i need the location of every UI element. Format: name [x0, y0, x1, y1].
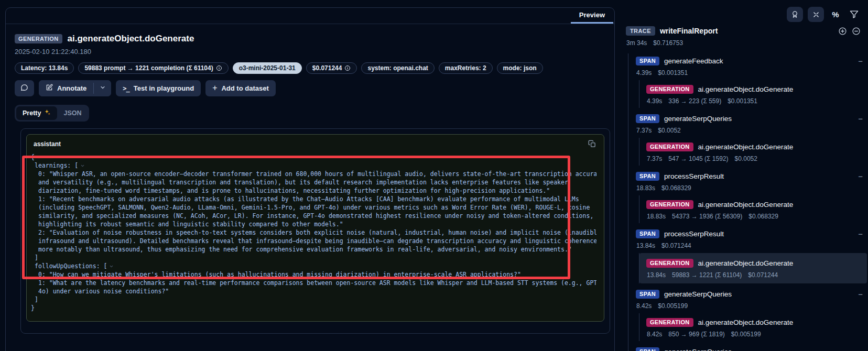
generation-row[interactable]: GENERATIONai.generateObject.doGenerate8.…	[646, 313, 868, 341]
generation-type-badge: GENERATION	[646, 259, 693, 268]
badge-label: Latency: 13.84s	[21, 64, 68, 72]
percent-icon: %	[832, 10, 839, 19]
code-text: highlighting its robust semantic and lin…	[38, 220, 343, 228]
code-line: followUpQuestions: [	[31, 262, 596, 270]
span-type-badge: SPAN	[636, 114, 659, 123]
tree-span-node: SPANgenerateFeedback−4.39s$0.001351GENER…	[636, 53, 868, 108]
span-type-badge: SPAN	[636, 172, 659, 181]
generation-metrics: 4.39s336 → 223 (Σ 559)$0.001351	[647, 97, 868, 105]
info-icon[interactable]	[344, 65, 351, 71]
span-row[interactable]: SPANgenerateSerpQueries−	[636, 288, 868, 300]
comment-button[interactable]	[15, 80, 34, 96]
metric-value: $0.071244	[661, 242, 691, 249]
metric-value: 18.83s	[647, 213, 666, 220]
collapse-node-button[interactable]: −	[858, 290, 863, 298]
badge-label: mode: json	[503, 64, 537, 72]
trace-tree-sidebar: % TRACE writeFinalReport 3m 34s $0.71675…	[624, 0, 868, 351]
span-row[interactable]: SPANgenerateSerpQueries−	[636, 345, 868, 351]
code-text: 0: "Whisper ASR, an open-source encoder–…	[38, 170, 596, 178]
expand-all-button[interactable]	[838, 27, 847, 36]
percent-view-button[interactable]: %	[829, 8, 842, 21]
generation-row[interactable]: GENERATIONai.generateObject.doGenerate18…	[646, 195, 868, 223]
tab-json[interactable]: JSON	[57, 107, 88, 119]
trace-header-row[interactable]: TRACE writeFinalReport	[626, 26, 861, 36]
span-type-badge: SPAN	[636, 347, 659, 351]
span-metrics: 13.84s$0.071244	[636, 242, 868, 249]
code-line: highlighting its robust semantic and lin…	[31, 220, 596, 228]
metric-value: $0.0052	[735, 155, 757, 162]
code-text: 1: "What are the latency benchmarks and …	[38, 279, 596, 287]
collapse-view-button[interactable]	[808, 7, 824, 22]
pretty-label: Pretty	[23, 109, 41, 117]
trace-actions	[838, 27, 861, 36]
span-type-badge: SPAN	[636, 57, 659, 65]
filter-button[interactable]	[847, 8, 861, 21]
generation-row[interactable]: GENERATIONai.generateObject.doGenerate7.…	[646, 138, 868, 166]
metadata-badge: system: openai.chat	[361, 62, 434, 74]
sparkles-icon	[44, 109, 51, 117]
generation-metrics: 13.84s59883 → 1221 (Σ 61104)$0.071244	[647, 271, 867, 279]
metric-value: 8.42s	[647, 331, 662, 338]
expander-caret-icon[interactable]	[37, 155, 41, 160]
generation-metrics: 18.83s54373 → 1936 (Σ 56309)$0.068329	[647, 213, 868, 220]
badge-label: $0.071244	[312, 64, 342, 72]
collapse-all-button[interactable]	[852, 27, 861, 36]
code-line: ]	[31, 254, 596, 262]
code-line: similarity, and specialized measures (NC…	[31, 212, 596, 220]
model-badge[interactable]: o3-mini-2025-01-31	[233, 62, 302, 74]
span-row[interactable]: SPANprocessSerpResult−	[636, 227, 868, 240]
sidebar-toolbar: %	[787, 7, 861, 22]
span-name: generateSerpQueries	[664, 348, 732, 351]
chat-bubble-icon	[20, 84, 28, 93]
code-text: }	[31, 304, 35, 312]
span-row[interactable]: SPANgenerateFeedback−	[636, 54, 868, 67]
metric-value: 54373 → 1936 (Σ 56309)	[672, 213, 742, 220]
tree-span-node: SPANprocessSerpResult−18.83s$0.068329GEN…	[636, 169, 868, 223]
code-text: 1: "Recent benchmarks on adversarial aud…	[38, 195, 579, 203]
code-line: and versatility (e.g., multilingual tran…	[31, 178, 596, 187]
dataset-label: Add to dataset	[221, 84, 268, 92]
badge-label: 59883 prompt → 1221 completion (Σ 61104)	[84, 64, 213, 72]
expander-caret-icon[interactable]	[109, 264, 114, 269]
annotate-dropdown-button[interactable]	[94, 80, 111, 96]
trace-type-badge: TRACE	[626, 26, 655, 36]
collapse-node-button[interactable]: −	[858, 115, 863, 123]
copy-button[interactable]	[587, 139, 597, 149]
annotation-queue-button[interactable]	[787, 7, 803, 22]
code-text: 4o) under various noise conditions?"	[38, 287, 169, 295]
info-icon[interactable]	[216, 65, 222, 71]
tab-pretty[interactable]: Pretty	[16, 106, 57, 120]
span-name: processSerpResult	[664, 230, 724, 238]
tree-span-node: SPANgenerateSerpQueries−7.37s$0.0052GENE…	[636, 111, 868, 166]
generation-head: GENERATIONai.generateObject.doGenerate	[646, 198, 868, 211]
code-line: {	[31, 153, 596, 161]
span-row[interactable]: SPANgenerateSerpQueries−	[636, 112, 868, 125]
tree-span-node: SPANgenerateSerpQueries−	[636, 344, 868, 351]
generation-type-badge: GENERATION	[646, 318, 693, 327]
generation-row[interactable]: GENERATIONai.generateObject.doGenerate4.…	[646, 80, 868, 108]
collapse-node-button[interactable]: −	[858, 230, 863, 238]
test-in-playground-button[interactable]: >_ Test in playground	[116, 80, 201, 96]
span-row[interactable]: SPANprocessSerpResult−	[636, 170, 868, 182]
generation-type-badge: GENERATION	[646, 85, 693, 94]
tab-preview[interactable]: Preview	[571, 8, 613, 24]
message-header: assistant	[27, 135, 604, 151]
generation-name: ai.generateObject.doGenerate	[698, 319, 794, 326]
code-text: ]	[35, 295, 38, 304]
span-children: GENERATIONai.generateObject.doGenerate4.…	[639, 80, 868, 108]
collapse-node-button[interactable]: −	[858, 172, 863, 180]
metric-value: 850 → 969 (Σ 1819)	[668, 331, 724, 338]
generation-row[interactable]: GENERATIONai.generateObject.doGenerate13…	[639, 253, 867, 283]
collapse-icon	[812, 11, 820, 18]
playground-label: Test in playground	[134, 84, 194, 92]
collapse-node-button[interactable]: −	[858, 348, 863, 351]
collapse-node-button[interactable]: −	[858, 57, 863, 65]
code-text: 0: "How can we mitigate Whisper's limita…	[38, 270, 521, 279]
metric-value: 59883 → 1221 (Σ 61104)	[672, 271, 742, 279]
expander-caret-icon[interactable]	[80, 163, 85, 168]
add-to-dataset-button[interactable]: + Add to dataset	[205, 80, 276, 96]
trace-duration: 3m 34s	[626, 39, 647, 47]
code-line: 0: "Whisper ASR, an open-source encoder–…	[31, 170, 596, 178]
annotate-button[interactable]: Annotate	[39, 80, 93, 96]
json-label: JSON	[63, 109, 81, 117]
